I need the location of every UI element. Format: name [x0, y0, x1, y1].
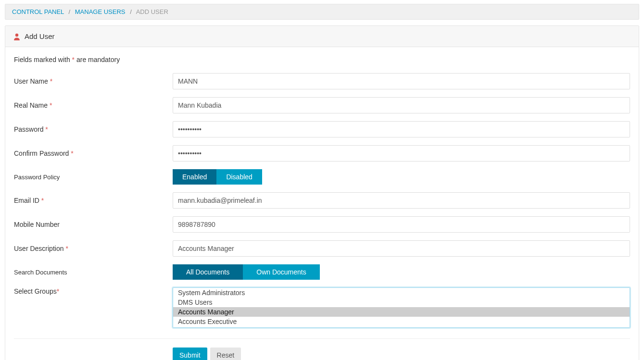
label-user-name: User Name *	[14, 77, 173, 85]
password-policy-disabled[interactable]: Disabled	[216, 169, 262, 185]
label-user-description: User Description *	[14, 245, 173, 252]
group-option-accounts-manager[interactable]: Accounts Manager	[173, 307, 630, 317]
label-confirm-password: Confirm Password *	[14, 149, 173, 157]
breadcrumb-sep: /	[66, 8, 74, 15]
user-description-input[interactable]	[173, 240, 630, 257]
email-id-input[interactable]	[173, 192, 630, 209]
reset-button[interactable]: Reset	[210, 348, 241, 360]
svg-point-0	[15, 33, 18, 36]
add-user-panel: Add User Fields marked with * are mandat…	[5, 25, 639, 360]
real-name-input[interactable]	[173, 97, 630, 113]
panel-header: Add User	[5, 26, 639, 47]
breadcrumb-control-panel[interactable]: CONTROL PANEL	[12, 8, 64, 15]
search-documents-all[interactable]: All Documents	[173, 264, 243, 280]
confirm-password-input[interactable]	[173, 145, 630, 161]
panel-title: Add User	[25, 32, 55, 40]
password-policy-toggle: Enabled Disabled	[173, 169, 262, 185]
divider	[14, 338, 630, 339]
breadcrumb-sep: /	[127, 8, 135, 15]
group-option-system-administrators[interactable]: System Administrators	[173, 288, 630, 298]
search-documents-own[interactable]: Own Documents	[243, 264, 319, 280]
submit-button[interactable]: Submit	[173, 348, 207, 360]
label-email-id: Email ID *	[14, 197, 173, 204]
breadcrumb: CONTROL PANEL / MANAGE USERS / ADD USER	[5, 4, 639, 20]
label-real-name: Real Name *	[14, 101, 173, 109]
mandatory-note: Fields marked with * are mandatory	[14, 56, 630, 63]
user-name-input[interactable]	[173, 73, 630, 89]
group-option-dms-users[interactable]: DMS Users	[173, 298, 630, 307]
group-option-accounts-executive[interactable]: Accounts Executive	[173, 317, 630, 326]
label-password: Password *	[14, 125, 173, 133]
password-policy-enabled[interactable]: Enabled	[173, 169, 216, 185]
search-documents-toggle: All Documents Own Documents	[173, 264, 320, 280]
user-icon	[13, 33, 21, 40]
breadcrumb-current: ADD USER	[136, 8, 168, 15]
select-groups-input[interactable]: System Administrators DMS Users Accounts…	[173, 287, 630, 328]
breadcrumb-manage-users[interactable]: MANAGE USERS	[75, 8, 126, 15]
label-select-groups: Select Groups*	[14, 287, 173, 295]
label-search-documents: Search Documents	[14, 269, 173, 276]
mobile-number-input[interactable]	[173, 216, 630, 233]
password-input[interactable]	[173, 121, 630, 137]
label-password-policy: Password Policy	[14, 174, 173, 181]
label-mobile-number: Mobile Number	[14, 221, 173, 228]
